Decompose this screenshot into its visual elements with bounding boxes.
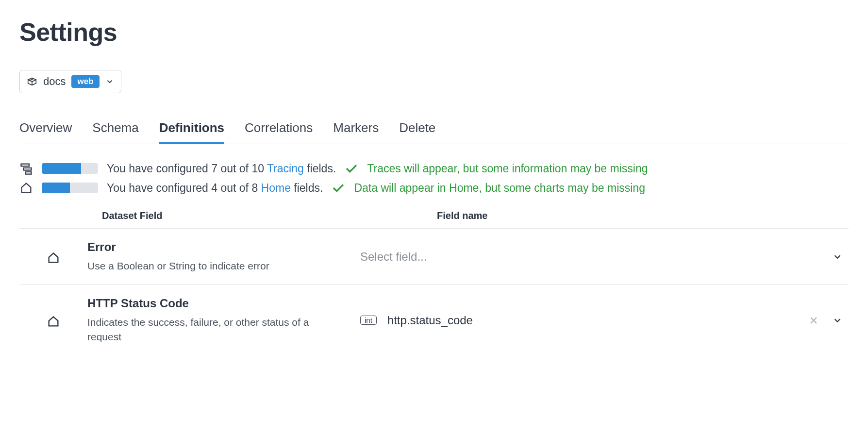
dataset-badge: web [71, 75, 99, 88]
field-value: http.status_code [387, 314, 473, 327]
row-title: HTTP Status Code [87, 297, 350, 310]
type-badge: int [360, 316, 377, 325]
tracing-status-text: You have configured 7 out of 10 Tracing … [107, 162, 336, 175]
tracing-link[interactable]: Tracing [267, 162, 304, 175]
status-block: You have configured 7 out of 10 Tracing … [19, 162, 849, 195]
check-icon [345, 164, 358, 173]
svg-rect-2 [26, 172, 32, 174]
home-progress [42, 183, 98, 193]
chevron-down-icon[interactable] [832, 251, 843, 262]
tab-markers[interactable]: Markers [333, 117, 379, 144]
definitions-table: Dataset Field Field name Error Use a Boo… [19, 206, 849, 355]
header-dataset-field: Dataset Field [87, 210, 350, 221]
tab-definitions[interactable]: Definitions [159, 117, 224, 144]
home-progress-fill [42, 183, 70, 193]
home-icon [47, 251, 60, 265]
trace-icon [19, 162, 33, 175]
tab-correlations[interactable]: Correlations [245, 117, 313, 144]
home-prefix: You have configured 4 out of 8 [107, 182, 261, 194]
svg-rect-0 [21, 164, 29, 167]
home-link[interactable]: Home [261, 182, 291, 194]
field-select[interactable]: int http.status_code [350, 314, 790, 327]
tracing-prefix: You have configured 7 out of 10 [107, 162, 267, 175]
chevron-down-icon [105, 77, 114, 86]
status-row-home: You have configured 4 out of 8 Home fiel… [19, 181, 849, 195]
tracing-progress [42, 163, 98, 174]
home-icon [19, 181, 33, 195]
row-desc: Indicates the success, failure, or other… [87, 315, 311, 344]
chevron-down-icon[interactable] [832, 315, 843, 326]
home-icon [47, 315, 60, 328]
tab-delete[interactable]: Delete [399, 117, 435, 144]
home-suffix: fields. [291, 182, 323, 194]
clear-icon[interactable] [809, 316, 818, 325]
svg-rect-1 [23, 168, 31, 170]
row-desc: Use a Boolean or String to indicate erro… [87, 259, 311, 273]
table-row: Error Use a Boolean or String to indicat… [19, 229, 849, 285]
field-placeholder: Select field... [360, 250, 427, 264]
tab-overview[interactable]: Overview [19, 117, 72, 144]
tracing-suffix: fields. [304, 162, 336, 175]
table-row: HTTP Status Code Indicates the success, … [19, 285, 849, 355]
tracing-ok-text: Traces will appear, but some information… [367, 162, 648, 175]
tracing-progress-fill [42, 163, 81, 174]
header-field-name: Field name [350, 210, 790, 221]
dataset-selector[interactable]: docs web [19, 70, 121, 93]
tabs: Overview Schema Definitions Correlations… [19, 117, 849, 144]
table-header: Dataset Field Field name [19, 206, 849, 229]
home-ok-text: Data will appear in Home, but some chart… [354, 182, 645, 195]
field-select[interactable]: Select field... [350, 250, 790, 264]
page-title: Settings [19, 17, 849, 47]
dataset-name: docs [43, 75, 66, 88]
row-title: Error [87, 240, 350, 254]
tab-schema[interactable]: Schema [92, 117, 138, 144]
dataset-icon [27, 76, 37, 87]
check-icon [332, 183, 345, 193]
home-status-text: You have configured 4 out of 8 Home fiel… [107, 182, 323, 195]
status-row-tracing: You have configured 7 out of 10 Tracing … [19, 162, 849, 175]
